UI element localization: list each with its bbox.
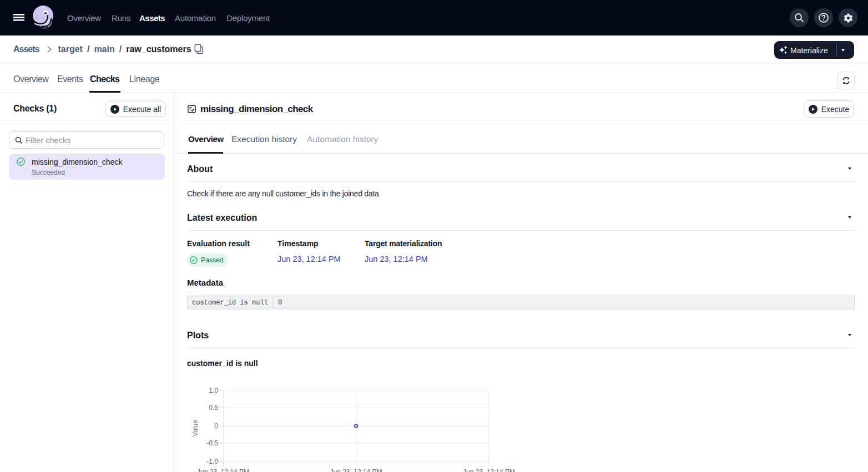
svg-text:0: 0 (214, 422, 218, 430)
svg-text:-1.0: -1.0 (206, 458, 218, 465)
svg-text:Jun 23, 12:14 PM: Jun 23, 12:14 PM (330, 468, 382, 472)
svg-text:0.5: 0.5 (209, 404, 218, 412)
svg-text:Jun 23, 12:14 PM: Jun 23, 12:14 PM (197, 468, 249, 472)
svg-text:-0.5: -0.5 (206, 439, 218, 447)
svg-text:1.0: 1.0 (209, 387, 218, 394)
svg-text:Jun 23, 12:14 PM: Jun 23, 12:14 PM (463, 468, 515, 472)
svg-text:Value: Value (191, 420, 199, 437)
